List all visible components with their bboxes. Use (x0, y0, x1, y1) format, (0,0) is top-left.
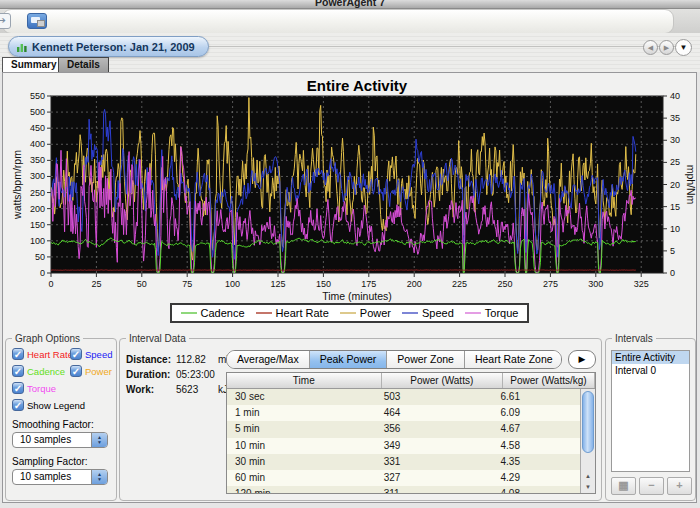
edit-interval-button[interactable]: ▦ (611, 477, 636, 495)
smoothing-factor-value: 10 samples (20, 433, 71, 447)
right-arrow-icon: ▶ (664, 44, 669, 51)
tab-average-max[interactable]: Average/Max (227, 351, 309, 368)
table-cell: 30 sec (227, 389, 376, 405)
stepper-down-icon: ▼ (97, 440, 102, 445)
table-header-power-watts-kg[interactable]: Power (Watts/kg) (503, 373, 595, 388)
right-arrow-icon: ▶ (579, 354, 586, 364)
axis-tick-label: 20 (670, 180, 680, 190)
interval-stats: Distance:112.82miDuration:05:23:00Work:5… (126, 354, 224, 399)
interval-item-interval-0[interactable]: Interval 0 (612, 364, 689, 377)
nav-forward-button[interactable]: ▶ (659, 40, 674, 55)
smoothing-factor-label: Smoothing Factor: (12, 419, 112, 430)
axis-tick-label: 200 (407, 279, 422, 289)
stat-value: 5623 (176, 384, 218, 395)
table-scrollbar[interactable]: ▲ ▼ (580, 389, 595, 493)
table-cell: 4.58 (492, 438, 581, 454)
remove-interval-button[interactable]: − (639, 477, 664, 495)
table-row[interactable]: 1 min4646.09 (227, 405, 581, 421)
table-cell: 10 min (227, 438, 376, 454)
table-row[interactable]: 30 sec5036.61 (227, 389, 581, 405)
checkbox-row-cadence: ✓Cadence (12, 365, 70, 377)
tab-details[interactable]: Details (58, 57, 109, 72)
scroll-down-icon[interactable]: ▼ (581, 482, 595, 493)
stat-label: Duration: (126, 369, 176, 380)
checkbox-heart-rate[interactable]: ✓ (12, 348, 24, 360)
badge-shape (37, 20, 45, 27)
add-interval-button[interactable]: + (667, 477, 692, 495)
checkbox-power[interactable]: ✓ (70, 365, 82, 377)
table-row[interactable]: 5 min3564.67 (227, 421, 581, 437)
axis-tick-label: 100 (225, 279, 240, 289)
table-header-power-watts[interactable]: Power (Watts) (382, 373, 503, 388)
scroll-up-icon[interactable]: ▲ (581, 471, 595, 482)
axis-tick-label: 40 (670, 91, 680, 101)
legend-box: CadenceHeart RatePowerSpeedTorque (170, 303, 530, 323)
stat-value: 112.82 (176, 354, 218, 365)
checkbox-show-legend[interactable]: ✓ (12, 399, 24, 411)
stepper-icon[interactable]: ▲ ▼ (91, 433, 107, 447)
table-row[interactable]: 30 min3314.35 (227, 454, 581, 470)
interval-data-title: Interval Data (126, 333, 189, 344)
legend-item-power: Power (340, 307, 391, 319)
session-label: Kennett Peterson: Jan 21, 2009 (32, 41, 195, 53)
collapse-button[interactable]: ▼ (675, 39, 692, 56)
window-title: PowerAgent 7 (0, 0, 700, 8)
graph-options-panel: Graph Options ✓Heart Rate✓Speed✓Cadence✓… (5, 333, 117, 501)
axis-tick-label: 300 (588, 279, 603, 289)
interval-data-tabbar: Average/MaxPeak PowerPower ZoneHeart Rat… (226, 350, 596, 369)
stepper-icon[interactable]: ▲ ▼ (91, 470, 107, 484)
checkbox-torque[interactable]: ✓ (12, 382, 24, 394)
interval-item-entire-activity[interactable]: Entire Activity (612, 351, 689, 364)
session-header: Kennett Peterson: Jan 21, 2009 ◀ ▶ ▼ Sum… (0, 33, 700, 72)
axis-tick-label: 300 (30, 171, 45, 181)
sampling-factor-select[interactable]: 10 samples ▲ ▼ (12, 469, 108, 485)
toolbar: ➔ (0, 9, 700, 33)
display-sync-icon[interactable] (27, 13, 47, 29)
axis-tick-label: 450 (30, 123, 45, 133)
table-row[interactable]: 60 min3274.29 (227, 470, 581, 486)
table-row[interactable]: 120 min3114.08 (227, 486, 581, 494)
intervals-title: Intervals (612, 333, 656, 344)
axis-tick-label: 5 (670, 246, 675, 256)
stat-work: Work:5623kJ (126, 384, 224, 395)
peak-power-table: TimePower (Watts)Power (Watts/kg) 30 sec… (226, 372, 596, 494)
table-cell: 331 (376, 454, 493, 470)
forward-arrow-icon[interactable]: ➔ (0, 13, 11, 29)
legend-item-heart-rate: Heart Rate (256, 307, 329, 319)
more-tabs-button[interactable]: ▶ (568, 350, 596, 369)
activity-chart[interactable]: 0501001502002503003504004505005500510152… (9, 91, 697, 306)
table-row[interactable]: 10 min3494.58 (227, 438, 581, 454)
tab-peak-power[interactable]: Peak Power (309, 351, 387, 368)
checkbox-cadence[interactable]: ✓ (12, 365, 24, 377)
checkbox-label-cadence: Cadence (27, 366, 65, 377)
nav-back-button[interactable]: ◀ (643, 40, 658, 55)
intervals-list: Entire ActivityInterval 0 (611, 350, 690, 472)
session-capsule[interactable]: Kennett Peterson: Jan 21, 2009 (8, 36, 209, 57)
axis-tick-label: 275 (543, 279, 558, 289)
interval-data-body: Average/MaxPeak PowerPower ZoneHeart Rat… (226, 350, 596, 494)
axis-tick-label: 325 (634, 279, 649, 289)
axis-tick-label: 30 (670, 135, 680, 145)
table-cell: 4.29 (492, 470, 581, 486)
checkbox-label-show-legend: Show Legend (27, 400, 85, 411)
checkbox-speed[interactable]: ✓ (70, 348, 82, 360)
axis-tick-label: 100 (30, 236, 45, 246)
table-header-time[interactable]: Time (227, 373, 382, 388)
main-panel: Entire Activity 050100150200250300350400… (2, 72, 697, 503)
table-cell: 30 min (227, 454, 376, 470)
mini-chart-icon (17, 42, 27, 52)
legend-swatch-heart-rate (256, 312, 272, 314)
legend-label: Cadence (201, 307, 245, 319)
axis-tick-label: 175 (361, 279, 376, 289)
scrollbar-thumb[interactable] (582, 391, 594, 453)
axis-tick-label: 250 (497, 279, 512, 289)
legend-swatch-torque (465, 312, 481, 314)
table-cell: 4.67 (492, 421, 581, 437)
tab-heart-rate-zone[interactable]: Heart Rate Zone (464, 351, 562, 368)
tab-power-zone[interactable]: Power Zone (386, 351, 464, 368)
checkbox-row-show-legend: ✓Show Legend (12, 399, 112, 411)
smoothing-factor-select[interactable]: 10 samples ▲ ▼ (12, 432, 108, 448)
tab-summary[interactable]: Summary (2, 57, 66, 72)
left-axis-label: watts/bpm/rpm (11, 150, 23, 220)
legend-item-speed: Speed (402, 307, 454, 319)
